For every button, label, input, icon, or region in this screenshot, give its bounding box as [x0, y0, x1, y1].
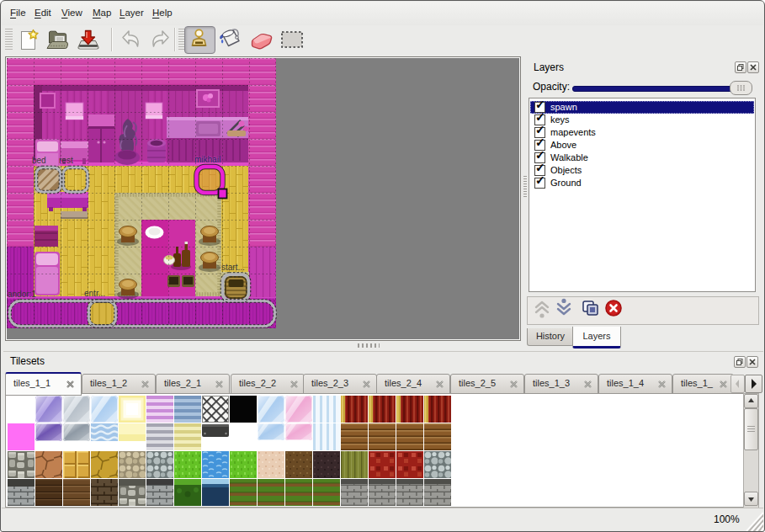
svg-text:mikhail: mikhail [194, 155, 220, 164]
svg-text:start...: start... [221, 263, 245, 272]
svg-text:bed: bed [32, 156, 46, 165]
svg-text:andor:1: andor:1 [8, 290, 36, 299]
svg-text:rest: rest [59, 156, 73, 165]
svg-text:entr...: entr... [84, 289, 105, 298]
